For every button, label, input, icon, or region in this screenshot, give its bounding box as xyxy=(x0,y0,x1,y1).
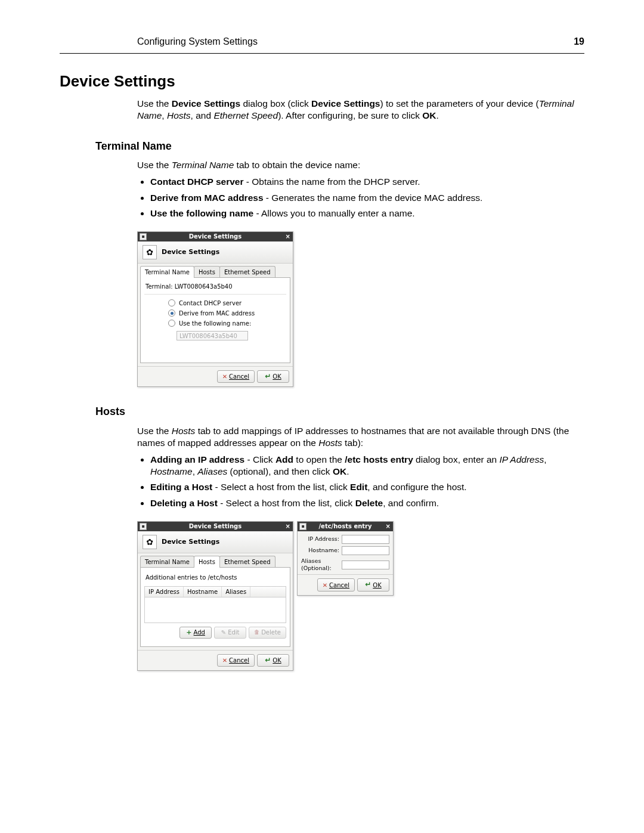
hosts-table[interactable]: IP Address Hostname Aliases xyxy=(144,586,286,623)
cancel-button[interactable]: ✕Cancel xyxy=(217,370,255,383)
tab-hosts[interactable]: Hosts xyxy=(194,266,220,278)
cancel-icon: ✕ xyxy=(222,373,227,380)
col-hostname[interactable]: Hostname xyxy=(184,587,222,597)
text: IP Address xyxy=(500,454,544,465)
text: ). After configuring, be sure to click xyxy=(278,110,422,120)
text: /etc hosts entry xyxy=(345,454,413,465)
ok-button[interactable]: ↵OK xyxy=(357,578,389,592)
terminal-name-input[interactable]: LWT0080643a5b40 xyxy=(177,331,248,340)
text: Use the xyxy=(137,98,172,109)
device-settings-dialog-hosts: ▪ Device Settings × ✿ Device Settings Te… xyxy=(137,521,293,671)
text: . xyxy=(436,110,438,120)
text: Hostname xyxy=(150,466,193,476)
close-icon[interactable]: × xyxy=(386,522,391,530)
text: dialog box (click xyxy=(240,98,311,109)
titlebar[interactable]: ▪ Device Settings × xyxy=(138,522,293,531)
text: - Generates the name from the device MAC… xyxy=(264,193,483,203)
button-label: Edit xyxy=(228,628,239,636)
text: Delete xyxy=(355,498,383,508)
col-aliases[interactable]: Aliases xyxy=(222,587,250,597)
add-button[interactable]: +Add xyxy=(179,627,212,639)
titlebar[interactable]: ▪ /etc/hosts entry × xyxy=(298,522,393,531)
dialog-button-row: ✕Cancel ↵OK xyxy=(138,366,293,387)
terminal-name-bullets: Contact DHCP server - Obtains the name f… xyxy=(137,176,584,219)
text: tab to obtain the device name: xyxy=(234,160,360,170)
button-label: Cancel xyxy=(229,373,249,380)
text: Ethernet Speed xyxy=(213,110,278,120)
tab-ethernet-speed[interactable]: Ethernet Speed xyxy=(219,556,275,568)
col-ip[interactable]: IP Address xyxy=(145,587,184,597)
text: Use the following name xyxy=(150,208,253,218)
text: Add xyxy=(275,454,293,465)
edit-icon: ✎ xyxy=(221,628,226,636)
system-menu-icon[interactable]: ▪ xyxy=(140,523,147,530)
radio-derive-mac[interactable]: Derive from MAC address xyxy=(144,308,286,318)
ip-address-label: IP Address: xyxy=(308,535,339,543)
ip-address-input[interactable] xyxy=(342,535,389,544)
dialog-header-title: Device Settings xyxy=(162,248,219,256)
text: Adding an IP address xyxy=(150,454,244,465)
text: Use the xyxy=(137,426,172,436)
text: - Select a host from the list, click xyxy=(212,482,350,492)
text: (optional), and then click xyxy=(227,466,333,476)
tab-ethernet-speed[interactable]: Ethernet Speed xyxy=(219,266,275,278)
radio-icon[interactable] xyxy=(168,309,175,317)
cancel-icon: ✕ xyxy=(222,657,227,664)
text: , and configure the host. xyxy=(367,482,466,492)
list-item: Use the following name - Allows you to m… xyxy=(150,208,584,219)
delete-button[interactable]: 🗑Delete xyxy=(249,627,286,639)
tab-terminal-name[interactable]: Terminal Name xyxy=(140,266,194,278)
tab-hosts[interactable]: Hosts xyxy=(194,556,220,568)
text: - Allows you to manually enter a name. xyxy=(253,208,415,218)
hosts-action-row: +Add ✎Edit 🗑Delete xyxy=(144,623,286,640)
tab-terminal-name[interactable]: Terminal Name xyxy=(140,556,194,568)
hosts-heading: Hosts xyxy=(95,405,584,419)
titlebar-text: Device Settings xyxy=(189,233,242,240)
ok-button[interactable]: ↵OK xyxy=(257,654,289,667)
list-item: Editing a Host - Select a host from the … xyxy=(150,481,584,493)
tab-row: Terminal Name Hosts Ethernet Speed xyxy=(138,553,293,568)
cancel-button[interactable]: ✕Cancel xyxy=(317,578,355,592)
button-label: OK xyxy=(273,657,281,664)
text: , xyxy=(193,466,198,476)
text: Hosts xyxy=(167,110,191,120)
hosts-lead: Use the Hosts tab to add mappings of IP … xyxy=(137,425,584,449)
radio-use-following[interactable]: Use the following name: xyxy=(144,318,286,329)
text: - Click xyxy=(244,454,275,465)
edit-button[interactable]: ✎Edit xyxy=(214,627,246,639)
text: tab): xyxy=(342,438,363,448)
close-icon[interactable]: × xyxy=(286,522,290,530)
close-icon[interactable]: × xyxy=(286,233,290,240)
system-menu-icon[interactable]: ▪ xyxy=(140,233,147,240)
button-label: Cancel xyxy=(229,657,249,664)
device-settings-dialog-terminal: ▪ Device Settings × ✿ Device Settings Te… xyxy=(137,231,293,388)
text: Device Settings xyxy=(311,98,380,109)
hostname-input[interactable] xyxy=(342,546,389,555)
cancel-button[interactable]: ✕Cancel xyxy=(217,654,255,667)
text: Deleting a Host xyxy=(150,498,218,508)
text: , xyxy=(162,110,167,120)
list-item: Deleting a Host - Select a host from the… xyxy=(150,497,584,509)
radio-icon[interactable] xyxy=(168,320,175,327)
text: ) to set the parameters of your device ( xyxy=(380,98,539,109)
titlebar[interactable]: ▪ Device Settings × xyxy=(138,232,293,241)
text: Contact DHCP server xyxy=(150,176,244,187)
header-rule xyxy=(60,53,584,54)
etc-hosts-entry-dialog: ▪ /etc/hosts entry × IP Address: Hostnam… xyxy=(297,521,394,596)
ok-icon: ↵ xyxy=(265,656,271,665)
section-title: Device Settings xyxy=(60,72,584,92)
dialog-header: ✿ Device Settings xyxy=(138,531,293,553)
system-menu-icon[interactable]: ▪ xyxy=(299,523,306,530)
text: , and xyxy=(191,110,214,120)
text: to open the xyxy=(293,454,345,465)
titlebar-text: /etc/hosts entry xyxy=(318,522,371,530)
text: - Obtains the name from the DHCP server. xyxy=(244,176,420,187)
text: Edit xyxy=(350,482,367,492)
ok-button[interactable]: ↵OK xyxy=(257,370,289,383)
radio-contact-dhcp[interactable]: Contact DHCP server xyxy=(144,298,286,308)
ip-address-row: IP Address: xyxy=(301,535,389,544)
hosts-caption: Additional entries to /etc/hosts xyxy=(144,571,286,584)
aliases-input[interactable] xyxy=(342,561,389,569)
radio-icon[interactable] xyxy=(168,299,175,306)
text: Aliases xyxy=(197,466,227,476)
